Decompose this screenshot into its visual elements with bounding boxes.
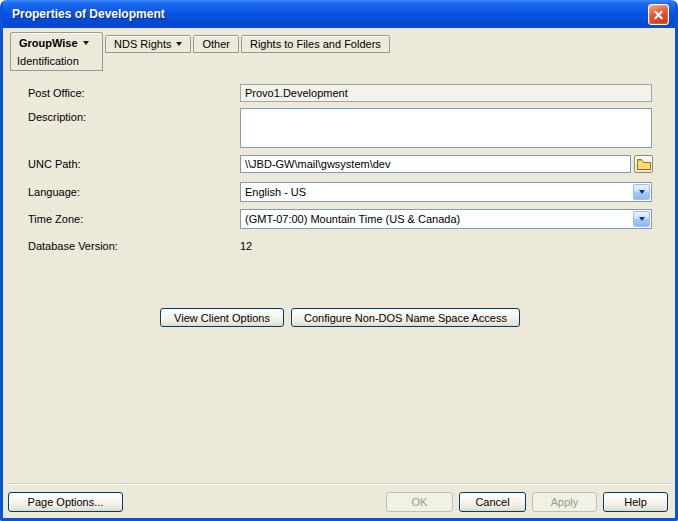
language-label: Language: bbox=[28, 186, 80, 198]
description-field[interactable] bbox=[240, 108, 652, 148]
time-zone-dropdown-button[interactable] bbox=[633, 211, 650, 227]
tab-other-label: Other bbox=[202, 38, 230, 50]
time-zone-select[interactable]: (GMT-07:00) Mountain Time (US & Canada) bbox=[240, 209, 652, 229]
configure-non-dos-button[interactable]: Configure Non-DOS Name Space Access bbox=[291, 308, 520, 327]
folder-icon bbox=[637, 158, 651, 170]
post-office-field[interactable] bbox=[240, 84, 652, 102]
page-options-button[interactable]: Page Options... bbox=[8, 492, 123, 512]
tab-nds-rights-label: NDS Rights bbox=[114, 38, 171, 50]
tab-strip: GroupWise NDS Rights Other Rights to Fil… bbox=[10, 32, 392, 53]
window-title: Properties of Development bbox=[12, 7, 165, 21]
unc-path-field[interactable] bbox=[240, 155, 631, 173]
tab-groupwise-label: GroupWise bbox=[19, 37, 78, 49]
tab-other[interactable]: Other bbox=[193, 35, 239, 53]
ok-button: OK bbox=[386, 492, 453, 512]
tab-groupwise[interactable]: GroupWise bbox=[10, 32, 103, 53]
browse-button[interactable] bbox=[634, 155, 653, 173]
time-zone-value: (GMT-07:00) Mountain Time (US & Canada) bbox=[245, 213, 460, 225]
subtab-identification[interactable]: Identification bbox=[10, 53, 103, 71]
database-version-value: 12 bbox=[240, 240, 252, 252]
properties-dialog: Properties of Development GroupWise NDS … bbox=[0, 0, 678, 521]
language-value: English - US bbox=[245, 186, 306, 198]
tab-rights-files-folders[interactable]: Rights to Files and Folders bbox=[241, 35, 390, 53]
dialog-body: GroupWise NDS Rights Other Rights to Fil… bbox=[3, 28, 675, 518]
database-version-label: Database Version: bbox=[28, 240, 118, 252]
language-dropdown-button[interactable] bbox=[633, 184, 650, 200]
chevron-down-icon bbox=[639, 190, 645, 194]
view-client-options-button[interactable]: View Client Options bbox=[160, 308, 284, 327]
time-zone-label: Time Zone: bbox=[28, 213, 83, 225]
unc-path-label: UNC Path: bbox=[28, 158, 81, 170]
tab-nds-rights[interactable]: NDS Rights bbox=[105, 35, 191, 53]
footer-divider bbox=[6, 483, 672, 485]
close-button[interactable] bbox=[648, 4, 669, 25]
help-button[interactable]: Help bbox=[603, 492, 668, 512]
tab-rights-files-folders-label: Rights to Files and Folders bbox=[250, 38, 381, 50]
language-select[interactable]: English - US bbox=[240, 182, 652, 202]
cancel-button[interactable]: Cancel bbox=[459, 492, 526, 512]
apply-button: Apply bbox=[532, 492, 597, 512]
chevron-down-icon bbox=[176, 42, 182, 46]
chevron-down-icon bbox=[83, 41, 89, 45]
chevron-down-icon bbox=[639, 217, 645, 221]
description-label: Description: bbox=[28, 111, 86, 123]
titlebar[interactable]: Properties of Development bbox=[3, 0, 675, 28]
post-office-label: Post Office: bbox=[28, 87, 85, 99]
